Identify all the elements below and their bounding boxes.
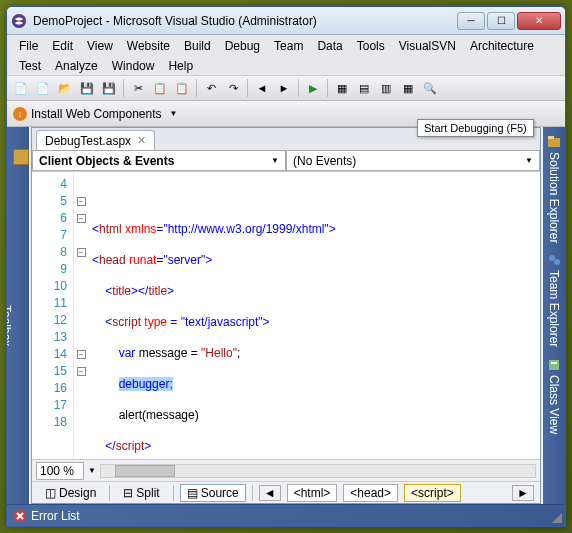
install-label[interactable]: Install Web Components [31, 107, 162, 121]
undo-icon[interactable]: ↶ [201, 78, 221, 98]
menu-tools[interactable]: Tools [351, 37, 391, 55]
code-text[interactable]: <html xmlns="http://www.w3.org/1999/xhtm… [88, 172, 540, 459]
resize-grip-icon[interactable] [550, 511, 562, 523]
chevron-down-icon: ▼ [271, 156, 279, 165]
zoom-level[interactable]: 100 % [36, 462, 84, 480]
nav-fwd-icon[interactable]: ► [274, 78, 294, 98]
find-icon[interactable]: 🔍 [420, 78, 440, 98]
horizontal-scrollbar[interactable] [100, 464, 536, 478]
svg-point-2 [549, 255, 555, 261]
editor-bottom-bar: 100 % ▼ [32, 459, 540, 481]
menu-build[interactable]: Build [178, 37, 217, 55]
objects-label: Client Objects & Events [39, 154, 174, 168]
copy-icon[interactable]: 📋 [150, 78, 170, 98]
titlebar: DemoProject - Microsoft Visual Studio (A… [7, 7, 565, 35]
source-view-button[interactable]: ▤Source [180, 484, 246, 502]
save-all-icon[interactable]: 💾 [99, 78, 119, 98]
menu-website[interactable]: Website [121, 37, 176, 55]
events-label: (No Events) [293, 154, 356, 168]
comment-icon[interactable]: ▤ [354, 78, 374, 98]
toolbar: 📄 📄 📂 💾 💾 ✂ 📋 📋 ↶ ↷ ◄ ► ▶ ▦ ▤ ▥ ▦ 🔍 [7, 75, 565, 101]
menu-edit[interactable]: Edit [46, 37, 79, 55]
nav-back-icon[interactable]: ◄ [252, 78, 272, 98]
fold-toggle[interactable]: − [77, 350, 86, 359]
window-title: DemoProject - Microsoft Visual Studio (A… [33, 14, 457, 28]
menu-architecture[interactable]: Architecture [464, 37, 540, 55]
toolbox-label: Toolbox [6, 305, 13, 346]
class-view-tab[interactable]: Class View [545, 354, 563, 438]
menu-analyze[interactable]: Analyze [49, 57, 104, 75]
toolbox-panel[interactable]: Toolbox [7, 127, 29, 504]
svg-rect-5 [551, 362, 557, 364]
toolbar-icon[interactable]: ▦ [332, 78, 352, 98]
svg-rect-0 [548, 138, 560, 147]
menu-data[interactable]: Data [311, 37, 348, 55]
menubar: File Edit View Website Build Debug Team … [7, 35, 565, 75]
menu-window[interactable]: Window [106, 57, 161, 75]
close-button[interactable]: ✕ [517, 12, 561, 30]
svg-point-3 [554, 259, 560, 265]
menu-visualsvn[interactable]: VisualSVN [393, 37, 462, 55]
team-explorer-icon [547, 253, 561, 267]
document-tab[interactable]: DebugTest.aspx ✕ [36, 130, 155, 150]
menu-file[interactable]: File [13, 37, 44, 55]
chevron-down-icon: ▼ [525, 156, 533, 165]
vs-logo-icon [11, 13, 27, 29]
separator [196, 79, 197, 97]
class-view-icon [547, 358, 561, 372]
content-area: Toolbox DebugTest.aspx ✕ Client Objects … [7, 127, 565, 504]
design-view-button[interactable]: ◫Design [38, 484, 103, 502]
svg-rect-4 [549, 360, 559, 370]
paste-icon[interactable]: 📋 [172, 78, 192, 98]
redo-icon[interactable]: ↷ [223, 78, 243, 98]
code-editor[interactable]: 4 5 6 7 8 9 10 11 12 13 14 15 16 17 18 [32, 172, 540, 459]
objects-dropdown[interactable]: Client Objects & Events ▼ [32, 150, 286, 171]
breadcrumb-head[interactable]: <head> [343, 484, 398, 502]
error-list-icon [13, 509, 27, 523]
breadcrumb-script[interactable]: <script> [404, 484, 461, 502]
split-view-button[interactable]: ⊟Split [116, 484, 166, 502]
svg-rect-1 [548, 136, 554, 139]
separator [123, 79, 124, 97]
breadcrumb-html[interactable]: <html> [287, 484, 338, 502]
error-list-bar[interactable]: Error List [7, 504, 565, 526]
tooltip: Start Debugging (F5) [417, 119, 534, 137]
fold-toggle[interactable]: − [77, 367, 86, 376]
separator [327, 79, 328, 97]
save-icon[interactable]: 💾 [77, 78, 97, 98]
menu-help[interactable]: Help [162, 57, 199, 75]
nav-right-icon[interactable]: ► [512, 485, 534, 501]
open-icon[interactable]: 📂 [55, 78, 75, 98]
toolbar-icon[interactable]: ▦ [398, 78, 418, 98]
cut-icon[interactable]: ✂ [128, 78, 148, 98]
separator [247, 79, 248, 97]
navigation-bar: Client Objects & Events ▼ (No Events) ▼ [32, 150, 540, 172]
menu-test[interactable]: Test [13, 57, 47, 75]
minimize-button[interactable]: ─ [457, 12, 485, 30]
fold-column: − − − − − [74, 172, 88, 459]
fold-toggle[interactable]: − [77, 214, 86, 223]
chevron-down-icon[interactable]: ▼ [88, 466, 96, 475]
install-icon: ↓ [13, 107, 27, 121]
view-bar: ◫Design ⊟Split ▤Source ◄ <html> <head> <… [32, 481, 540, 503]
toolbox-icon [13, 149, 29, 165]
maximize-button[interactable]: ☐ [487, 12, 515, 30]
events-dropdown[interactable]: (No Events) ▼ [286, 150, 540, 171]
start-debugging-button[interactable]: ▶ [303, 78, 323, 98]
dropdown-arrow-icon[interactable]: ▼ [170, 109, 178, 118]
menu-team[interactable]: Team [268, 37, 309, 55]
scrollbar-thumb[interactable] [115, 465, 175, 477]
nav-left-icon[interactable]: ◄ [259, 485, 281, 501]
uncomment-icon[interactable]: ▥ [376, 78, 396, 98]
solution-explorer-tab[interactable]: Solution Explorer [545, 131, 563, 247]
close-tab-icon[interactable]: ✕ [137, 134, 146, 147]
fold-toggle[interactable]: − [77, 197, 86, 206]
line-numbers: 4 5 6 7 8 9 10 11 12 13 14 15 16 17 18 [32, 172, 74, 459]
statusbar: Ready Ln 10 Col 9 Ch 9 INS [7, 526, 565, 527]
team-explorer-tab[interactable]: Team Explorer [545, 249, 563, 351]
menu-view[interactable]: View [81, 37, 119, 55]
new-project-icon[interactable]: 📄 [11, 78, 31, 98]
add-item-icon[interactable]: 📄 [33, 78, 53, 98]
menu-debug[interactable]: Debug [219, 37, 266, 55]
fold-toggle[interactable]: − [77, 248, 86, 257]
